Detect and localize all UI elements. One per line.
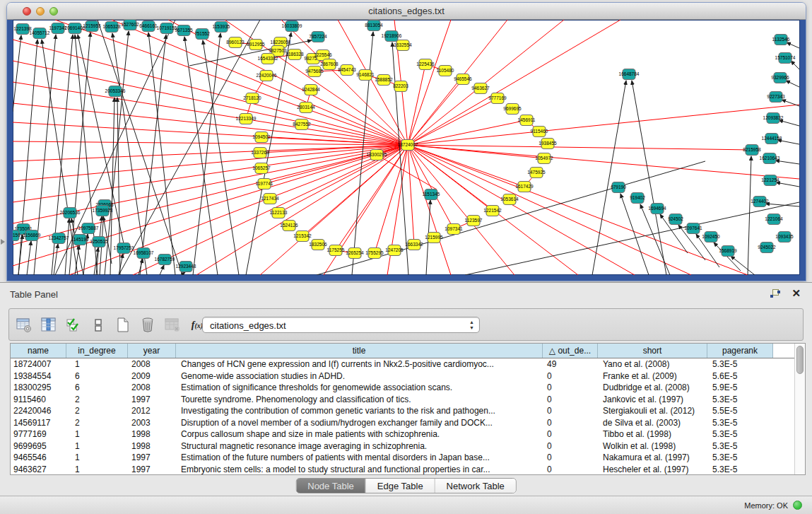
column-header-short[interactable]: short xyxy=(598,344,707,358)
graph-node[interactable]: 1105480 xyxy=(437,66,454,76)
graph-node[interactable]: 1632554 xyxy=(394,40,412,51)
table-cell[interactable]: 0 xyxy=(543,452,598,464)
tab-network-table[interactable]: Network Table xyxy=(435,479,516,493)
table-cell[interactable]: 0 xyxy=(543,382,598,394)
column-header-name[interactable]: name xyxy=(11,344,66,358)
graph-node[interactable]: 16648784 xyxy=(619,69,640,80)
graph-node[interactable]: 16033809 xyxy=(282,21,302,32)
table-cell[interactable]: Changes of HCN gene expression and I(f) … xyxy=(176,358,543,370)
table-cell[interactable]: 2008 xyxy=(128,382,176,394)
graph-node[interactable]: 1197741 xyxy=(256,179,273,189)
table-cell[interactable]: 9777169 xyxy=(11,428,66,440)
table-cell[interactable]: 6 xyxy=(66,370,128,382)
graph-node[interactable]: 1054972 xyxy=(535,153,553,164)
table-cell[interactable]: 2009 xyxy=(128,370,176,382)
graph-node[interactable]: 1215953 xyxy=(83,21,101,32)
table-cell[interactable]: 0 xyxy=(543,405,598,417)
graph-node[interactable]: 1524126 xyxy=(280,221,298,231)
close-icon[interactable]: ✕ xyxy=(792,287,801,300)
table-row[interactable]: 946554611997Estimation of the future num… xyxy=(11,452,794,464)
table-cell[interactable]: 1 xyxy=(66,428,128,440)
table-row[interactable]: 977716911998Corpus callosum shape and si… xyxy=(11,428,794,440)
graph-node[interactable]: 12444158 xyxy=(762,134,782,144)
collapsed-panel-arrow-icon[interactable] xyxy=(1,239,5,245)
table-cell[interactable]: 1997 xyxy=(128,394,176,406)
graph-node[interactable]: 9465546 xyxy=(454,74,472,85)
graph-node[interactable]: 9146821 xyxy=(356,70,375,81)
graph-node[interactable]: 1156869 xyxy=(23,230,41,241)
node-table[interactable]: namein_degreeyeartitle△ out_de...shortpa… xyxy=(10,343,806,475)
graph-node[interactable]: 1617429 xyxy=(515,182,534,192)
graph-node[interactable]: 924502 xyxy=(668,214,683,225)
table-cell[interactable]: Stergiakouli et al. (2012) xyxy=(598,405,707,417)
table-cell[interactable]: de Silva et al. (2003) xyxy=(598,417,707,429)
delete-columns-icon[interactable] xyxy=(139,316,157,334)
table-cell[interactable]: Wolkin et al. (1998) xyxy=(598,440,707,452)
table-cell[interactable]: Embryonic stem cells: a model to study s… xyxy=(176,464,543,476)
window-titlebar[interactable]: citations_edges.txt xyxy=(7,3,806,20)
table-cell[interactable]: 5.3E-5 xyxy=(707,394,773,406)
graph-node[interactable]: 1097641 xyxy=(684,223,702,234)
graph-node[interactable]: 15751074 xyxy=(775,53,796,64)
graph-node[interactable]: 9463627 xyxy=(471,83,490,94)
graph-node[interactable]: 1215342 xyxy=(293,231,312,242)
graph-node[interactable]: 1527602 xyxy=(121,20,139,30)
table-cell[interactable]: 0 xyxy=(543,417,598,429)
scrollbar-thumb[interactable] xyxy=(796,346,804,374)
graph-node[interactable]: 22420046 xyxy=(257,71,277,81)
table-cell[interactable]: 5.3E-5 xyxy=(707,452,773,464)
network-window[interactable]: citations_edges.txt 12213981405571211973… xyxy=(7,3,806,281)
graph-node[interactable]: 9245022 xyxy=(758,243,776,253)
graph-node[interactable]: 9475685 xyxy=(305,66,324,77)
graph-node[interactable]: 1065257 xyxy=(252,163,271,174)
graph-node[interactable]: 17957253 xyxy=(114,243,134,254)
network-canvas[interactable]: 1221398140557121197341206914061215953106… xyxy=(13,20,800,275)
column-header-title[interactable]: title xyxy=(176,344,543,358)
graph-node[interactable]: 12213349 xyxy=(236,114,257,124)
graph-node[interactable]: 8813054 xyxy=(365,21,383,31)
table-cell[interactable]: Dudbridge et al. (2008) xyxy=(598,382,707,394)
table-cell[interactable]: 5.3E-5 xyxy=(707,464,773,476)
create-column-icon[interactable] xyxy=(114,316,132,334)
table-cell[interactable]: 5.3E-5 xyxy=(707,428,773,440)
row-mode-icon[interactable] xyxy=(89,316,107,334)
table-cell[interactable]: Estimation of the future numbers of pati… xyxy=(176,452,543,464)
graph-node[interactable]: 1094502 xyxy=(252,132,271,143)
table-cell[interactable]: Hescheler et al. (1997) xyxy=(598,464,707,476)
graph-node[interactable]: 2867608 xyxy=(320,59,339,70)
graph-node[interactable]: 9329966 xyxy=(771,73,789,83)
table-cell[interactable]: Structural magnetic resonance image aver… xyxy=(176,440,543,452)
graph-node[interactable]: 1247205 xyxy=(385,245,404,256)
table-cell[interactable]: 14569117 xyxy=(11,417,66,429)
table-cell[interactable]: 1 xyxy=(66,452,128,464)
graph-node[interactable]: 1097341 xyxy=(445,224,463,235)
table-cell[interactable]: 5.3E-5 xyxy=(707,358,773,370)
graph-node[interactable]: 20206536 xyxy=(60,208,81,218)
table-cell[interactable]: 1997 xyxy=(128,464,176,476)
table-cell[interactable]: 9465546 xyxy=(11,452,66,464)
graph-node[interactable]: 1132546 xyxy=(772,35,790,45)
graph-node[interactable]: 8454743 xyxy=(338,65,356,76)
table-row[interactable]: 1872400712008Changes of HCN gene express… xyxy=(11,358,794,370)
graph-node[interactable]: 1475925 xyxy=(527,168,546,178)
table-cell[interactable]: Estimation of significance thresholds fo… xyxy=(176,382,543,394)
graph-node[interactable]: 1265254 xyxy=(346,248,364,259)
table-cell[interactable]: Corpus callosum shape and size in male p… xyxy=(176,428,543,440)
table-cell[interactable]: Tourette syndrome. Phenomenology and cla… xyxy=(176,394,543,406)
table-selector-dropdown[interactable]: citations_edges.txt ▲▼ xyxy=(202,317,480,333)
table-cell[interactable]: 19384554 xyxy=(11,370,66,382)
tab-edge-table[interactable]: Edge Table xyxy=(366,479,435,493)
column-header-in_degree[interactable]: in_degree xyxy=(66,344,128,358)
table-cell[interactable]: 9115460 xyxy=(11,394,66,406)
graph-node[interactable]: 1755295 xyxy=(365,248,384,259)
graph-node[interactable]: 1221064 xyxy=(765,214,783,225)
graph-node[interactable]: 10975887 xyxy=(78,223,99,234)
table-cell[interactable]: 2 xyxy=(66,394,128,406)
table-cell[interactable]: 1997 xyxy=(128,452,176,464)
graph-node[interactable]: 1092450 xyxy=(702,232,720,243)
graph-node[interactable]: 8186328 xyxy=(286,49,304,60)
graph-node[interactable]: 1175255 xyxy=(327,245,345,256)
graph-node[interactable]: 1250515 xyxy=(90,237,108,247)
vertical-scrollbar[interactable] xyxy=(794,344,805,474)
table-cell[interactable]: 9699695 xyxy=(11,440,66,452)
